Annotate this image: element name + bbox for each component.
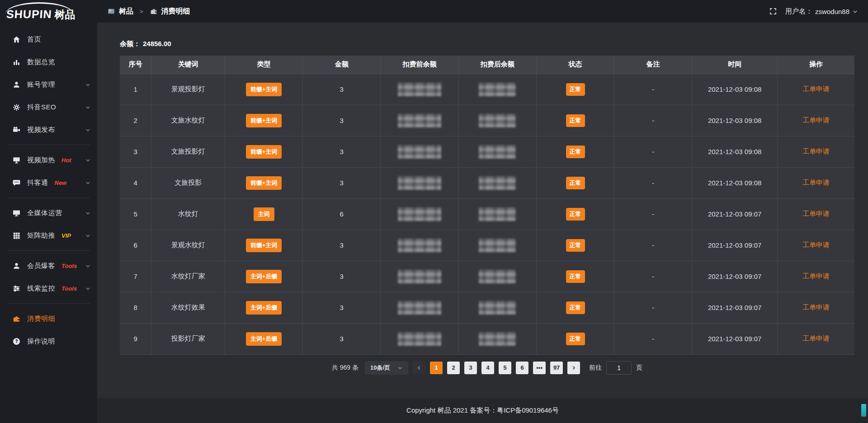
sidebar-item-3[interactable]: 抖音SEO <box>0 96 97 118</box>
cell-action: 工单申请 <box>777 136 854 167</box>
censored-value <box>479 332 516 346</box>
cell-status: 正常 <box>536 198 614 230</box>
pagination-page-3[interactable]: 3 <box>464 362 477 374</box>
chevron-down-icon <box>85 127 91 133</box>
cell-balance-after <box>458 74 536 105</box>
type-badge: 前缀+主词 <box>246 114 282 127</box>
page-size-select[interactable]: 10条/页 <box>365 361 408 375</box>
type-badge: 主词+后缀 <box>246 301 282 315</box>
pagination-ellipsis[interactable]: ••• <box>533 362 546 374</box>
cell-type: 前缀+主词 <box>225 74 302 105</box>
goto-page-input[interactable] <box>606 361 632 375</box>
status-badge: 正常 <box>566 83 585 96</box>
pagination-page-6[interactable]: 6 <box>516 362 528 374</box>
cell-status: 正常 <box>536 230 614 261</box>
cell-type: 主词+后缀 <box>225 292 302 323</box>
floating-widget[interactable] <box>861 404 866 417</box>
cell-index: 8 <box>120 292 151 323</box>
pagination-page-4[interactable]: 4 <box>481 362 494 374</box>
table-row: 7水纹灯厂家主词+后缀3正常-2021-12-03 09:07工单申请 <box>120 261 854 292</box>
status-badge: 正常 <box>566 301 585 314</box>
censored-value <box>398 114 441 127</box>
pagination-next-button[interactable] <box>567 362 580 374</box>
cell-index: 2 <box>120 105 151 136</box>
logo-text-en: SHUPIN <box>6 9 52 23</box>
work-order-link[interactable]: 工单申请 <box>802 272 830 280</box>
sidebar-item-6[interactable]: 抖客通New <box>0 171 97 194</box>
cell-time: 2021-12-03 09:08 <box>692 74 778 105</box>
censored-value <box>398 301 441 315</box>
cell-balance-after <box>458 105 536 136</box>
pagination-page-2[interactable]: 2 <box>447 362 460 374</box>
work-order-link[interactable]: 工单申请 <box>802 303 830 311</box>
sliders-icon <box>12 284 21 293</box>
pagination-page-1[interactable]: 1 <box>430 362 443 374</box>
video-camera-icon <box>12 125 21 134</box>
cell-index: 5 <box>120 198 151 230</box>
cell-balance-before <box>381 292 458 323</box>
status-badge: 正常 <box>566 333 585 345</box>
cell-status: 正常 <box>536 292 614 323</box>
status-badge: 正常 <box>566 270 585 283</box>
cell-index: 9 <box>120 323 151 354</box>
pagination-prev-button[interactable] <box>413 362 425 374</box>
censored-value <box>479 114 516 127</box>
cell-type: 主词+后缀 <box>225 261 302 292</box>
breadcrumb-item-home[interactable]: 树品 <box>119 7 133 16</box>
chevron-down-icon <box>397 365 403 371</box>
sidebar-item-1[interactable]: 数据总览 <box>0 51 97 73</box>
cell-status: 正常 <box>536 136 614 167</box>
sidebar-item-badge: New <box>55 179 67 186</box>
cell-amount: 3 <box>303 74 381 105</box>
censored-value <box>479 207 516 221</box>
fullscreen-icon[interactable] <box>769 7 777 15</box>
sidebar-item-badge: Hot <box>61 157 71 164</box>
gear-icon <box>12 103 21 112</box>
username-label: 用户名： <box>785 7 812 16</box>
work-order-link[interactable]: 工单申请 <box>802 241 830 249</box>
cell-time: 2021-12-03 09:07 <box>692 198 778 230</box>
cell-action: 工单申请 <box>777 261 854 292</box>
cell-action: 工单申请 <box>777 292 854 323</box>
work-order-link[interactable]: 工单申请 <box>802 179 830 186</box>
sidebar-item-11[interactable]: 消费明细 <box>0 307 97 330</box>
pagination-page-97[interactable]: 97 <box>550 362 563 374</box>
home-icon <box>12 35 21 44</box>
work-order-link[interactable]: 工单申请 <box>802 210 830 217</box>
work-order-link[interactable]: 工单申请 <box>802 147 830 155</box>
sidebar-item-8[interactable]: 矩阵助推VIP <box>0 224 97 247</box>
app-window: SHUPIN 树品 首页数据总览账号管理抖音SEO视频发布视频加热Hot抖客通N… <box>0 0 868 423</box>
sidebar-item-0[interactable]: 首页 <box>0 28 97 51</box>
cell-time: 2021-12-03 09:07 <box>692 230 778 261</box>
cell-note: - <box>614 105 692 136</box>
sidebar-item-10[interactable]: 线索监控Tools <box>0 277 97 300</box>
sidebar-item-2[interactable]: 账号管理 <box>0 73 97 96</box>
topbar: 树品 > 消费明细 用户名： zswodun88 <box>97 0 868 23</box>
pagination-page-5[interactable]: 5 <box>499 362 511 374</box>
chevron-down-icon <box>85 263 91 269</box>
sidebar-item-5[interactable]: 视频加热Hot <box>0 149 97 171</box>
sidebar-item-7[interactable]: 全媒体运营 <box>0 202 97 224</box>
sidebar: SHUPIN 树品 首页数据总览账号管理抖音SEO视频发布视频加热Hot抖客通N… <box>0 0 97 423</box>
work-order-link[interactable]: 工单申请 <box>802 116 830 124</box>
sidebar-divider <box>7 250 90 251</box>
censored-value <box>479 239 516 252</box>
work-order-link[interactable]: 工单申请 <box>802 334 830 342</box>
col-header-index: 序号 <box>120 56 151 74</box>
goto-label: 前往 <box>589 364 602 372</box>
cell-status: 正常 <box>536 105 614 136</box>
type-badge: 前缀+主词 <box>246 83 282 96</box>
censored-value <box>479 301 516 315</box>
table-row: 8水纹灯效果主词+后缀3正常-2021-12-03 09:07工单申请 <box>120 292 854 323</box>
breadcrumb: 树品 > 消费明细 <box>107 7 190 16</box>
pagination: 共 969 条 10条/页 123456 ••• 97 前往 <box>120 361 854 375</box>
work-order-link[interactable]: 工单申请 <box>802 85 830 93</box>
status-badge: 正常 <box>566 177 585 189</box>
sidebar-item-4[interactable]: 视频发布 <box>0 118 97 141</box>
sidebar-item-label: 消费明细 <box>27 315 55 323</box>
sidebar-item-12[interactable]: ?操作说明 <box>0 330 97 352</box>
cell-amount: 3 <box>303 230 381 261</box>
sidebar-item-9[interactable]: 会员爆客Tools <box>0 254 97 277</box>
cell-amount: 3 <box>303 105 381 136</box>
user-menu[interactable]: 用户名： zswodun88 <box>785 7 858 16</box>
